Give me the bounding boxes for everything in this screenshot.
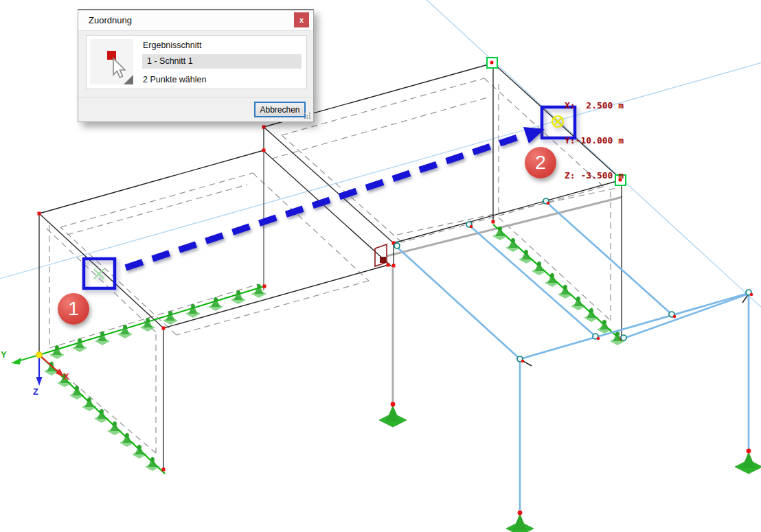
pick-tool-icon-box [90,39,133,84]
section-select-field[interactable]: 1 - Schnitt 1 [142,54,302,69]
origin-point [36,352,43,358]
section-type-label: Ergebnisschnitt [143,41,201,50]
dialog-titlebar[interactable]: Zuordnung x [78,10,313,31]
dialog-title: Zuordnung [78,15,132,25]
application-canvas: X: 2.500 m Y:-10.000 m Z: -3.500 m 1 2 Y… [0,0,761,532]
coordinate-y: Y:-10.000 m [565,135,624,146]
members [396,202,749,513]
assignment-panel: Ergebnisschnitt 1 - Schnitt 1 2 Punkte w… [86,35,307,89]
coordinate-readout: X: 2.500 m Y:-10.000 m Z: -3.500 m [565,76,624,205]
close-button[interactable]: x [294,12,309,27]
step-badge-2: 2 [525,147,556,178]
gray-edges [387,197,622,404]
z-axis-label: Z [33,386,38,397]
close-icon: x [299,16,304,24]
coordinate-x: X: 2.500 m [565,100,624,111]
dialog-footer: Abbrechen [78,97,313,122]
y-axis-arrow-icon [11,358,21,365]
annotation-arrow [126,127,545,268]
y-axis-label: Y [1,349,7,360]
x-axis-label: X [63,371,69,382]
step-badge-1: 1 [58,293,89,325]
nodal-supports [379,402,761,532]
snap-cross-icon [94,269,104,279]
resize-grip-icon[interactable] [304,113,311,119]
z-axis-arrow-icon [36,377,43,386]
instruction-hint: 2 Punkte wählen [143,75,206,84]
expand-triangle-icon [124,75,133,84]
zuordnung-dialog: Zuordnung x Ergebnisschnitt 1 - Schnitt … [78,9,314,122]
cancel-button[interactable]: Abbrechen [254,102,306,117]
result-section-symbol [375,244,387,266]
nodes-teal [394,198,753,362]
coordinate-z: Z: -3.500 m [565,170,624,181]
